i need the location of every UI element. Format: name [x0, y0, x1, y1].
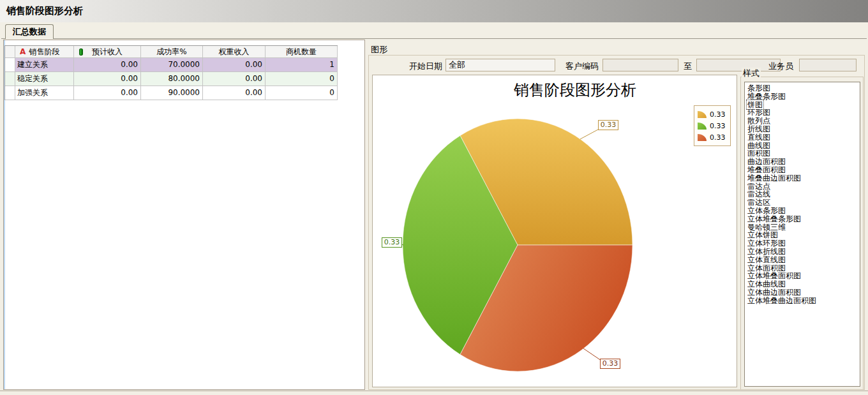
slice-value-label: 0.33	[600, 359, 620, 369]
legend-entry: 0.33	[698, 120, 730, 131]
legend-entry: 0.33	[698, 108, 730, 120]
column-header-opportunity-count[interactable]: 商机数量	[266, 46, 338, 58]
text-type-icon: A	[20, 48, 26, 56]
cell-weighted-income[interactable]: 0.00	[203, 86, 266, 100]
style-list-item[interactable]: 立体堆叠条形图	[747, 215, 860, 223]
tab-label: 汇总数据	[13, 27, 46, 36]
cell-opportunity-count[interactable]: 1	[266, 58, 338, 72]
style-list-item-label: 立体堆叠条形图	[747, 214, 802, 223]
style-list-item-label: 直线图	[747, 133, 771, 142]
customer-code-label: 客户编码	[559, 61, 599, 72]
row-selector[interactable]	[5, 72, 15, 86]
pie-chart	[373, 75, 738, 388]
tab-summary-data[interactable]: 汇总数据	[5, 24, 54, 39]
window-bottom-border	[0, 391, 868, 391]
cell-stage[interactable]: 建立关系	[15, 58, 74, 72]
style-list-item[interactable]: 条形图	[747, 84, 860, 93]
cell-expected-income[interactable]: 0.00	[74, 72, 141, 86]
style-list-item-label: 立体堆叠曲边面积图	[747, 296, 817, 305]
cell-success-rate[interactable]: 70.0000	[141, 58, 203, 72]
cell-expected-income[interactable]: 0.00	[74, 86, 141, 100]
style-list-item-label: 立体曲边面积图	[747, 288, 802, 297]
style-list: 条形图堆叠条形图饼图环形图散列点折线图直线图曲线图面积图曲边面积图堆叠面积图堆叠…	[744, 82, 860, 387]
tabstrip-divider	[1, 38, 867, 39]
legend-entry: 0.33	[698, 131, 730, 143]
cell-success-rate[interactable]: 80.0000	[141, 72, 203, 86]
chart-title: 销售阶段图形分析	[447, 80, 703, 100]
style-list-item-label: 立体折线图	[747, 247, 786, 256]
legend-swatch-gold-icon	[698, 111, 707, 118]
pie-chart-area: 销售阶段图形分析 0.33 0.33 0.33 0.33 0.33 0.33	[372, 75, 737, 387]
style-list-item[interactable]: 立体直线图	[747, 256, 860, 264]
sales-stage-table: A 销售阶段 预计收入 成功率% 权重收入 商机数量 建立关系 0.00 70.…	[4, 45, 338, 100]
style-list-item[interactable]: 直线图	[747, 133, 860, 142]
slice-value-label: 0.33	[598, 120, 618, 130]
column-header-stage[interactable]: A 销售阶段	[15, 46, 74, 58]
cell-stage[interactable]: 稳定关系	[15, 72, 74, 86]
graph-group-label: 图形	[371, 44, 387, 56]
style-list-item[interactable]: 立体折线图	[747, 248, 860, 256]
style-list-item[interactable]: 折线图	[747, 125, 860, 133]
legend-swatch-green-icon	[698, 123, 707, 130]
table-header-row: A 销售阶段 预计收入 成功率% 权重收入 商机数量	[5, 46, 338, 58]
customer-code-field[interactable]	[602, 59, 678, 71]
row-selector[interactable]	[5, 86, 15, 100]
style-list-item[interactable]: 立体堆叠曲边面积图	[747, 297, 860, 305]
style-list-item[interactable]: 堆叠曲边面积图	[747, 174, 860, 183]
callout-leader-top	[580, 130, 598, 139]
table-row[interactable]: 稳定关系 0.00 80.0000 0.00 0	[5, 72, 338, 86]
column-header-expected-income[interactable]: 预计收入	[74, 46, 141, 58]
cell-weighted-income[interactable]: 0.00	[203, 72, 266, 86]
cell-opportunity-count[interactable]: 0	[266, 86, 338, 100]
chart-legend: 0.33 0.33 0.33	[694, 105, 731, 146]
cell-stage[interactable]: 加强关系	[15, 86, 74, 100]
to-label: 至	[680, 61, 692, 72]
start-date-label: 开始日期	[403, 61, 442, 72]
style-list-item-label: 堆叠曲边面积图	[747, 174, 802, 183]
style-list-item[interactable]: 堆叠面积图	[747, 166, 860, 174]
cell-success-rate[interactable]: 90.0000	[141, 86, 203, 100]
style-list-item[interactable]: 立体条形图	[747, 207, 860, 215]
style-list-item[interactable]: 立体曲线图	[747, 280, 860, 288]
style-list-item-label: 条形图	[747, 84, 771, 93]
style-list-item-label: 堆叠面积图	[747, 165, 786, 174]
cell-weighted-income[interactable]: 0.00	[203, 58, 266, 72]
style-list-item[interactable]: 立体曲边面积图	[747, 288, 860, 297]
row-selector-header[interactable]	[5, 46, 15, 58]
style-list-item-label: 立体直线图	[747, 255, 786, 264]
numeric-type-icon	[79, 48, 83, 56]
legend-swatch-red-icon	[698, 134, 707, 141]
salesman-label: 业务员	[760, 61, 793, 72]
slice-value-label: 0.33	[382, 237, 402, 248]
callout-leader-bottom	[583, 348, 601, 361]
start-date-field[interactable]: 全部	[445, 59, 555, 71]
salesman-field[interactable]	[799, 59, 857, 71]
table-row[interactable]: 加强关系 0.00 90.0000 0.00 0	[5, 86, 338, 100]
style-group-label: 样式	[742, 68, 761, 79]
column-header-success-rate[interactable]: 成功率%	[141, 46, 203, 58]
style-list-item-label: 堆叠条形图	[747, 92, 786, 101]
style-list-item[interactable]: 堆叠条形图	[747, 93, 860, 101]
application-window: 销售阶段图形分析 汇总数据 A 销售阶段 预计收入 成功率% 权重收入	[0, 0, 868, 395]
window-title-bar: 销售阶段图形分析	[0, 0, 868, 22]
column-header-weighted-income[interactable]: 权重收入	[203, 46, 266, 58]
cell-opportunity-count[interactable]: 0	[266, 72, 338, 86]
style-list-item-label: 折线图	[747, 124, 771, 133]
style-list-item-label: 立体条形图	[747, 206, 786, 215]
row-selector[interactable]	[5, 58, 15, 72]
cell-expected-income[interactable]: 0.00	[74, 58, 141, 72]
table-row[interactable]: 建立关系 0.00 70.0000 0.00 1	[5, 58, 338, 72]
page-title: 销售阶段图形分析	[6, 5, 83, 17]
